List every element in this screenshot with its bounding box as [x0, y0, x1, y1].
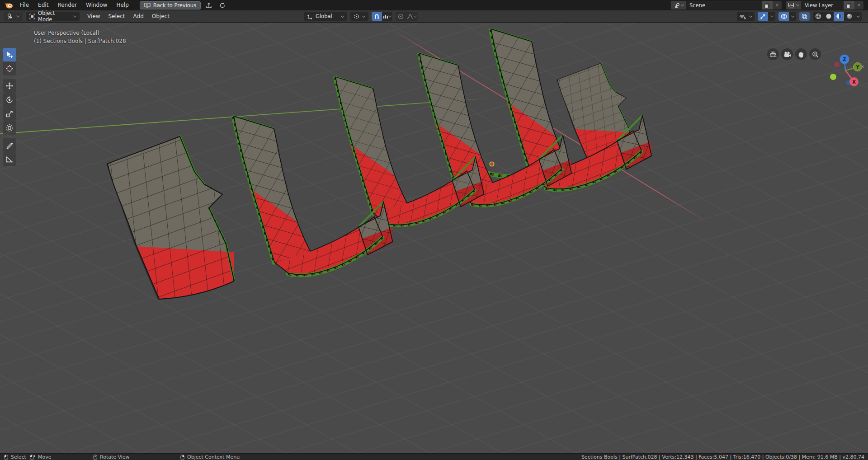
- menu-edit[interactable]: Edit: [33, 0, 53, 10]
- view-layer-new-copy-button[interactable]: [844, 1, 854, 9]
- chevron-down-icon: [749, 14, 752, 17]
- rotate-icon: [5, 96, 14, 104]
- mouse-middle-icon: [93, 455, 97, 460]
- shading-solid-button[interactable]: [823, 12, 834, 21]
- svg-text:Y: Y: [855, 65, 859, 70]
- tool-annotate[interactable]: [3, 138, 16, 152]
- editor-3d-viewport-icon: [7, 13, 14, 19]
- shading-rendered-button[interactable]: [844, 12, 854, 21]
- object-visibility-dropdown[interactable]: [737, 12, 755, 21]
- snap-controls: [372, 12, 392, 21]
- hull-section-1: [108, 136, 234, 299]
- tool-cursor-3d[interactable]: [3, 62, 16, 75]
- menu-view[interactable]: View: [83, 10, 104, 23]
- gizmo-dropdown[interactable]: [768, 12, 775, 21]
- show-overlays-toggle[interactable]: [778, 12, 789, 21]
- show-gizmo-toggle[interactable]: [758, 12, 768, 21]
- shading-wireframe-button[interactable]: [813, 12, 823, 21]
- screen-back-icon: [144, 3, 151, 8]
- menu-add[interactable]: Add: [129, 10, 148, 23]
- mode-label: Object Mode: [38, 10, 71, 23]
- back-to-previous-button[interactable]: Back to Previous: [140, 1, 201, 9]
- menu-object[interactable]: Object: [148, 10, 174, 23]
- scene-name-field[interactable]: Scene: [686, 1, 762, 9]
- sidebar-toggle-arrow[interactable]: ‹: [862, 63, 864, 70]
- export-screen-button[interactable]: [203, 1, 214, 9]
- tool-move[interactable]: [3, 79, 16, 93]
- view-layer-browse-button[interactable]: [786, 1, 801, 9]
- hint-move: Move: [30, 454, 52, 460]
- pan-view-button[interactable]: [795, 48, 807, 60]
- camera-icon: [783, 52, 791, 57]
- mode-dropdown[interactable]: Object Mode: [26, 12, 80, 21]
- menu-select[interactable]: Select: [104, 10, 129, 23]
- ortho-grid-icon: [769, 51, 777, 57]
- tool-select-tweak[interactable]: [3, 48, 16, 61]
- snap-increment-icon: [383, 14, 388, 19]
- shading-dropdown[interactable]: [854, 12, 862, 21]
- proportional-circle-icon: [398, 14, 404, 19]
- chevron-down-icon: [856, 14, 859, 17]
- shading-material-button[interactable]: [834, 12, 844, 21]
- transform-icon: [5, 124, 14, 132]
- menu-file[interactable]: File: [15, 0, 33, 10]
- orientation-label: Global: [316, 13, 338, 19]
- chevron-down-icon: [73, 14, 76, 17]
- orientation-icon: [307, 14, 313, 19]
- axis-gizmo[interactable]: Z Y X: [824, 48, 865, 89]
- scene-unlink-button[interactable]: ✕: [773, 1, 782, 9]
- xray-toggle[interactable]: [799, 12, 810, 21]
- viewport-header: Object Mode View Select Add Object Globa…: [0, 10, 868, 23]
- zoom-view-button[interactable]: [809, 48, 821, 60]
- pivot-icon: [354, 14, 359, 19]
- select-cursor-icon: [5, 51, 14, 59]
- proportional-falloff-dropdown[interactable]: [406, 12, 418, 21]
- camera-view-button[interactable]: [781, 48, 793, 60]
- overlays-dropdown[interactable]: [789, 12, 796, 21]
- refresh-cycle-button[interactable]: [217, 1, 228, 9]
- hint-context-menu: Object Context Menu: [180, 454, 240, 460]
- editor-type-button[interactable]: [4, 12, 23, 21]
- menu-render[interactable]: Render: [53, 0, 81, 10]
- tool-scale[interactable]: [3, 107, 16, 121]
- cursor-3d-icon: [5, 65, 14, 73]
- tool-rotate[interactable]: [3, 93, 16, 107]
- viewport-display-controls: [737, 12, 862, 21]
- chevron-down-icon: [341, 14, 344, 17]
- shading-mode-controls: [813, 12, 862, 21]
- view-name-overlay: User Perspective (Local): [34, 30, 99, 36]
- chevron-down-icon: [16, 14, 19, 17]
- mouse-left-icon: [4, 455, 8, 460]
- axis-ball-z[interactable]: Z: [840, 55, 849, 64]
- viewport-3d[interactable]: User Perspective (Local) (1) Sections Bo…: [0, 23, 868, 453]
- scene-selector: Scene ✕: [671, 1, 782, 9]
- view-layer-selector: View Layer ✕: [786, 1, 863, 9]
- blender-logo-icon: [4, 2, 14, 9]
- scene-browse-button[interactable]: [671, 1, 686, 9]
- snap-target-dropdown[interactable]: [382, 12, 392, 21]
- hand-icon: [798, 51, 804, 58]
- axis-ball-neg-y[interactable]: [830, 74, 836, 80]
- menu-window[interactable]: Window: [81, 0, 112, 10]
- proportional-edit-toggle[interactable]: [396, 12, 406, 21]
- chevron-down-icon: [414, 14, 417, 17]
- axis-ball-x[interactable]: X: [849, 77, 859, 86]
- tool-transform[interactable]: [3, 121, 16, 135]
- hint-label: Move: [38, 454, 52, 460]
- toggle-perspective-button[interactable]: [767, 48, 779, 60]
- magnifier-plus-icon: [812, 51, 819, 58]
- orientation-dropdown[interactable]: Global: [304, 12, 347, 21]
- view-layer-remove-button[interactable]: ✕: [854, 1, 863, 9]
- menu-help[interactable]: Help: [112, 0, 133, 10]
- move-icon: [5, 82, 14, 90]
- viewport-canvas: [0, 23, 868, 453]
- view-layer-name-field[interactable]: View Layer: [801, 1, 844, 9]
- scene-new-copy-button[interactable]: [762, 1, 773, 9]
- axis-ball-y[interactable]: Y: [854, 63, 862, 71]
- status-bar: Select Move Rotate View Object Context M…: [0, 453, 868, 460]
- snap-toggle-button[interactable]: [372, 12, 382, 21]
- axis-ball-neg-x[interactable]: [834, 62, 840, 67]
- tool-measure[interactable]: [3, 152, 16, 166]
- pivot-point-dropdown[interactable]: [350, 12, 368, 21]
- active-object-overlay: (1) Sections Bools | SurfPatch.028: [34, 38, 126, 44]
